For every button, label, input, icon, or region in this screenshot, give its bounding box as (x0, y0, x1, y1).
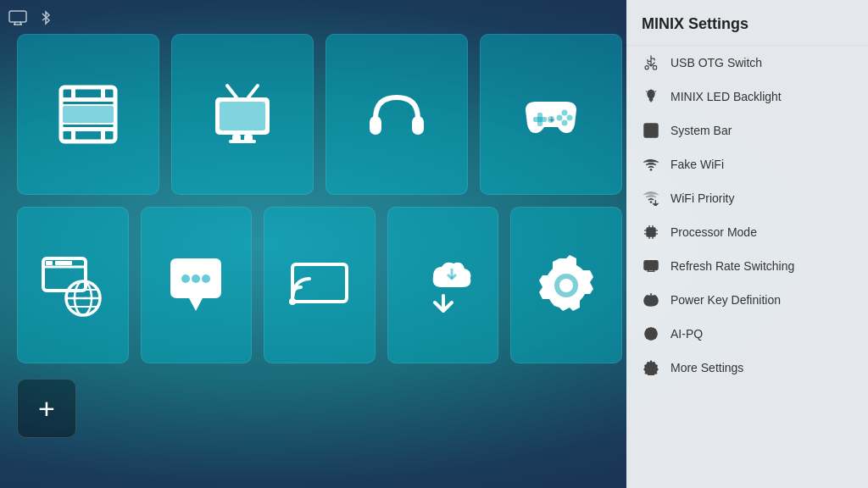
svg-rect-23 (533, 117, 547, 122)
svg-rect-16 (220, 102, 265, 130)
film-icon (54, 80, 122, 148)
svg-point-86 (648, 331, 653, 336)
svg-rect-5 (61, 97, 115, 102)
svg-rect-12 (63, 106, 114, 123)
add-button[interactable]: + (17, 379, 76, 438)
svg-point-25 (567, 115, 573, 121)
display-icon (8, 10, 27, 30)
svg-rect-0 (9, 11, 26, 22)
tile-tv[interactable] (171, 34, 314, 195)
sidebar-item-label: More Settings (670, 361, 743, 374)
svg-rect-8 (101, 87, 105, 97)
wifi-down-icon (642, 189, 660, 208)
svg-rect-59 (644, 124, 658, 137)
sidebar-item-label: USB OTG Switch (670, 56, 762, 69)
app-row-2 (17, 207, 622, 363)
sidebar-item-wifi-priority[interactable]: WiFi Priority (626, 181, 868, 215)
svg-point-26 (562, 120, 568, 126)
wifi-icon (642, 155, 660, 174)
tile-settings[interactable] (510, 207, 622, 363)
display-rate-icon (642, 257, 660, 275)
gamepad-icon: + (517, 80, 585, 148)
power-icon (642, 291, 660, 309)
svg-point-64 (650, 201, 653, 203)
svg-rect-19 (229, 140, 256, 143)
svg-point-61 (646, 136, 648, 137)
svg-point-41 (202, 274, 210, 283)
svg-rect-33 (55, 261, 72, 265)
main-content: + (17, 34, 622, 471)
svg-rect-32 (46, 261, 53, 265)
tile-movies[interactable] (17, 34, 159, 195)
svg-rect-9 (71, 131, 75, 141)
svg-rect-20 (370, 116, 381, 135)
svg-point-62 (648, 136, 650, 137)
svg-point-24 (562, 110, 568, 116)
svg-point-63 (650, 169, 653, 171)
svg-point-39 (181, 274, 190, 283)
sidebar: MINIX Settings USB OTG Switch (626, 0, 868, 488)
bluetooth-icon (39, 8, 53, 31)
tile-browser[interactable] (17, 207, 129, 363)
svg-line-57 (646, 91, 647, 92)
headphones-icon (363, 80, 431, 148)
cpu-icon (642, 223, 660, 241)
svg-line-58 (655, 91, 656, 92)
app-row-1: + (17, 34, 622, 195)
svg-rect-21 (412, 116, 424, 135)
svg-rect-49 (653, 66, 656, 69)
sidebar-item-processor-mode[interactable]: Processor Mode (626, 215, 868, 249)
sidebar-item-label: Fake WiFi (670, 158, 724, 171)
sidebar-item-label: Processor Mode (670, 225, 757, 239)
sidebar-item-label: MINIX LED Backlight (670, 90, 782, 103)
tile-download[interactable] (387, 207, 499, 363)
cast-icon (286, 252, 353, 319)
tile-cast[interactable] (264, 207, 376, 363)
sidebar-item-refresh-rate[interactable]: Refresh Rate Switching (626, 249, 868, 283)
svg-line-13 (227, 86, 236, 97)
sidebar-item-label: AI-PQ (670, 327, 703, 341)
sidebar-item-power-key[interactable]: Power Key Definition (626, 283, 868, 317)
svg-point-27 (557, 115, 563, 121)
tile-chat[interactable] (141, 207, 253, 363)
svg-point-40 (192, 274, 200, 283)
ai-icon (642, 324, 660, 343)
sidebar-item-ai-pq[interactable]: AI-PQ (626, 317, 868, 351)
bars-icon (642, 121, 660, 140)
sidebar-item-system-bar[interactable]: System Bar (626, 114, 868, 147)
tile-games[interactable]: + (480, 34, 622, 195)
svg-rect-7 (71, 87, 75, 97)
sidebar-item-fake-wifi[interactable]: Fake WiFi (626, 147, 868, 181)
sidebar-item-label: Power Key Definition (670, 293, 781, 307)
tile-music[interactable] (326, 34, 468, 195)
sidebar-item-label: WiFi Priority (670, 191, 734, 205)
sidebar-item-usb-otg[interactable]: USB OTG Switch (626, 46, 868, 80)
usb-icon (642, 53, 660, 72)
sidebar-item-more-settings[interactable]: More Settings (626, 351, 868, 385)
sidebar-item-label: Refresh Rate Switching (670, 259, 794, 273)
svg-point-48 (645, 66, 648, 69)
svg-text:+: + (549, 115, 554, 125)
sidebar-item-label: System Bar (670, 124, 732, 137)
plus-icon: + (38, 392, 55, 425)
chat-icon (162, 252, 230, 319)
gear-large-icon (532, 252, 600, 319)
svg-rect-10 (101, 131, 105, 141)
svg-point-47 (559, 279, 573, 292)
browser-icon (39, 252, 107, 319)
sidebar-item-minix-led[interactable]: MINIX LED Backlight (626, 80, 868, 114)
sidebar-title: MINIX Settings (626, 15, 868, 46)
svg-rect-67 (648, 230, 654, 235)
top-bar (8, 8, 53, 31)
cloud-download-icon (409, 252, 477, 319)
gear-icon (642, 358, 660, 377)
svg-rect-6 (61, 127, 115, 131)
svg-line-14 (248, 86, 258, 97)
svg-point-43 (289, 298, 296, 305)
bulb-icon (642, 87, 660, 106)
tv-icon (209, 80, 276, 148)
